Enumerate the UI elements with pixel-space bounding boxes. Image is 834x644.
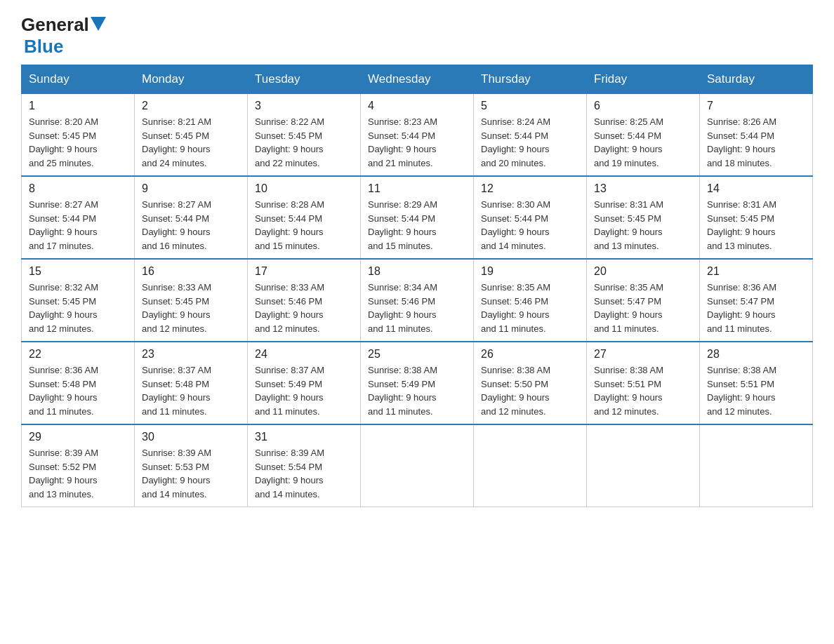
day-number: 13 (594, 182, 692, 195)
header-friday: Friday (587, 65, 700, 94)
calendar-cell: 27 Sunrise: 8:38 AM Sunset: 5:51 PM Dayl… (587, 342, 700, 424)
logo: General Blue (21, 14, 106, 58)
week-row-3: 15 Sunrise: 8:32 AM Sunset: 5:45 PM Dayl… (22, 259, 813, 342)
day-info: Sunrise: 8:39 AM Sunset: 5:54 PM Dayligh… (255, 446, 353, 501)
day-info: Sunrise: 8:34 AM Sunset: 5:46 PM Dayligh… (368, 281, 466, 335)
calendar-cell: 20 Sunrise: 8:35 AM Sunset: 5:47 PM Dayl… (587, 259, 700, 342)
calendar-cell: 8 Sunrise: 8:27 AM Sunset: 5:44 PM Dayli… (22, 176, 135, 259)
weekday-header-row: SundayMondayTuesdayWednesdayThursdayFrid… (22, 65, 813, 94)
week-row-4: 22 Sunrise: 8:36 AM Sunset: 5:48 PM Dayl… (22, 342, 813, 424)
calendar-cell: 10 Sunrise: 8:28 AM Sunset: 5:44 PM Dayl… (248, 176, 361, 259)
logo-blue: Blue (24, 36, 63, 57)
calendar-cell: 30 Sunrise: 8:39 AM Sunset: 5:53 PM Dayl… (135, 424, 248, 507)
day-info: Sunrise: 8:37 AM Sunset: 5:49 PM Dayligh… (255, 363, 353, 418)
logo-triangle-icon (91, 17, 106, 32)
day-number: 1 (29, 100, 127, 112)
day-info: Sunrise: 8:31 AM Sunset: 5:45 PM Dayligh… (707, 198, 805, 253)
day-number: 2 (142, 100, 240, 112)
day-number: 21 (707, 265, 805, 278)
header-thursday: Thursday (474, 65, 587, 94)
day-number: 26 (481, 348, 579, 361)
day-info: Sunrise: 8:38 AM Sunset: 5:51 PM Dayligh… (707, 363, 805, 418)
logo-general: General (21, 14, 89, 36)
day-number: 17 (255, 265, 353, 278)
page-header: General Blue (21, 14, 813, 58)
day-info: Sunrise: 8:24 AM Sunset: 5:44 PM Dayligh… (481, 115, 579, 170)
calendar-cell: 25 Sunrise: 8:38 AM Sunset: 5:49 PM Dayl… (361, 342, 474, 424)
day-number: 5 (481, 100, 579, 112)
day-number: 22 (29, 348, 127, 361)
day-info: Sunrise: 8:26 AM Sunset: 5:44 PM Dayligh… (707, 115, 805, 170)
day-info: Sunrise: 8:36 AM Sunset: 5:48 PM Dayligh… (29, 363, 127, 418)
day-info: Sunrise: 8:37 AM Sunset: 5:48 PM Dayligh… (142, 363, 240, 418)
header-monday: Monday (135, 65, 248, 94)
day-info: Sunrise: 8:20 AM Sunset: 5:45 PM Dayligh… (29, 115, 127, 170)
day-number: 16 (142, 265, 240, 278)
calendar-cell: 24 Sunrise: 8:37 AM Sunset: 5:49 PM Dayl… (248, 342, 361, 424)
calendar-cell: 11 Sunrise: 8:29 AM Sunset: 5:44 PM Dayl… (361, 176, 474, 259)
day-number: 19 (481, 265, 579, 278)
calendar-cell: 17 Sunrise: 8:33 AM Sunset: 5:46 PM Dayl… (248, 259, 361, 342)
calendar-cell (361, 424, 474, 507)
day-number: 25 (368, 348, 466, 361)
day-info: Sunrise: 8:23 AM Sunset: 5:44 PM Dayligh… (368, 115, 466, 170)
day-number: 7 (707, 100, 805, 112)
day-number: 27 (594, 348, 692, 361)
day-info: Sunrise: 8:39 AM Sunset: 5:52 PM Dayligh… (29, 446, 127, 501)
calendar-cell: 21 Sunrise: 8:36 AM Sunset: 5:47 PM Dayl… (700, 259, 813, 342)
day-number: 29 (29, 431, 127, 443)
calendar-cell: 22 Sunrise: 8:36 AM Sunset: 5:48 PM Dayl… (22, 342, 135, 424)
calendar-cell: 16 Sunrise: 8:33 AM Sunset: 5:45 PM Dayl… (135, 259, 248, 342)
day-info: Sunrise: 8:27 AM Sunset: 5:44 PM Dayligh… (29, 198, 127, 253)
day-number: 31 (255, 431, 353, 443)
day-info: Sunrise: 8:27 AM Sunset: 5:44 PM Dayligh… (142, 198, 240, 253)
calendar-cell: 18 Sunrise: 8:34 AM Sunset: 5:46 PM Dayl… (361, 259, 474, 342)
calendar-cell: 7 Sunrise: 8:26 AM Sunset: 5:44 PM Dayli… (700, 94, 813, 177)
calendar-cell: 26 Sunrise: 8:38 AM Sunset: 5:50 PM Dayl… (474, 342, 587, 424)
calendar-cell: 9 Sunrise: 8:27 AM Sunset: 5:44 PM Dayli… (135, 176, 248, 259)
calendar-cell (587, 424, 700, 507)
day-info: Sunrise: 8:38 AM Sunset: 5:51 PM Dayligh… (594, 363, 692, 418)
header-saturday: Saturday (700, 65, 813, 94)
calendar-cell: 3 Sunrise: 8:22 AM Sunset: 5:45 PM Dayli… (248, 94, 361, 177)
day-info: Sunrise: 8:29 AM Sunset: 5:44 PM Dayligh… (368, 198, 466, 253)
calendar-cell: 13 Sunrise: 8:31 AM Sunset: 5:45 PM Dayl… (587, 176, 700, 259)
day-info: Sunrise: 8:32 AM Sunset: 5:45 PM Dayligh… (29, 281, 127, 335)
calendar-cell (700, 424, 813, 507)
calendar-cell: 28 Sunrise: 8:38 AM Sunset: 5:51 PM Dayl… (700, 342, 813, 424)
day-number: 20 (594, 265, 692, 278)
day-info: Sunrise: 8:21 AM Sunset: 5:45 PM Dayligh… (142, 115, 240, 170)
calendar-cell: 12 Sunrise: 8:30 AM Sunset: 5:44 PM Dayl… (474, 176, 587, 259)
week-row-5: 29 Sunrise: 8:39 AM Sunset: 5:52 PM Dayl… (22, 424, 813, 507)
day-number: 4 (368, 100, 466, 112)
day-info: Sunrise: 8:25 AM Sunset: 5:44 PM Dayligh… (594, 115, 692, 170)
day-info: Sunrise: 8:28 AM Sunset: 5:44 PM Dayligh… (255, 198, 353, 253)
day-number: 28 (707, 348, 805, 361)
day-number: 10 (255, 182, 353, 195)
header-wednesday: Wednesday (361, 65, 474, 94)
week-row-1: 1 Sunrise: 8:20 AM Sunset: 5:45 PM Dayli… (22, 94, 813, 177)
day-number: 9 (142, 182, 240, 195)
day-number: 14 (707, 182, 805, 195)
calendar-cell: 6 Sunrise: 8:25 AM Sunset: 5:44 PM Dayli… (587, 94, 700, 177)
calendar-cell (474, 424, 587, 507)
calendar-cell: 15 Sunrise: 8:32 AM Sunset: 5:45 PM Dayl… (22, 259, 135, 342)
day-number: 23 (142, 348, 240, 361)
day-info: Sunrise: 8:38 AM Sunset: 5:49 PM Dayligh… (368, 363, 466, 418)
day-info: Sunrise: 8:35 AM Sunset: 5:47 PM Dayligh… (594, 281, 692, 335)
calendar-cell: 31 Sunrise: 8:39 AM Sunset: 5:54 PM Dayl… (248, 424, 361, 507)
day-info: Sunrise: 8:38 AM Sunset: 5:50 PM Dayligh… (481, 363, 579, 418)
day-info: Sunrise: 8:30 AM Sunset: 5:44 PM Dayligh… (481, 198, 579, 253)
day-info: Sunrise: 8:33 AM Sunset: 5:46 PM Dayligh… (255, 281, 353, 335)
header-tuesday: Tuesday (248, 65, 361, 94)
calendar-cell: 5 Sunrise: 8:24 AM Sunset: 5:44 PM Dayli… (474, 94, 587, 177)
day-number: 24 (255, 348, 353, 361)
calendar-table: SundayMondayTuesdayWednesdayThursdayFrid… (21, 65, 813, 507)
calendar-cell: 1 Sunrise: 8:20 AM Sunset: 5:45 PM Dayli… (22, 94, 135, 177)
calendar-cell: 2 Sunrise: 8:21 AM Sunset: 5:45 PM Dayli… (135, 94, 248, 177)
day-number: 18 (368, 265, 466, 278)
calendar-cell: 4 Sunrise: 8:23 AM Sunset: 5:44 PM Dayli… (361, 94, 474, 177)
week-row-2: 8 Sunrise: 8:27 AM Sunset: 5:44 PM Dayli… (22, 176, 813, 259)
day-number: 6 (594, 100, 692, 112)
day-info: Sunrise: 8:31 AM Sunset: 5:45 PM Dayligh… (594, 198, 692, 253)
